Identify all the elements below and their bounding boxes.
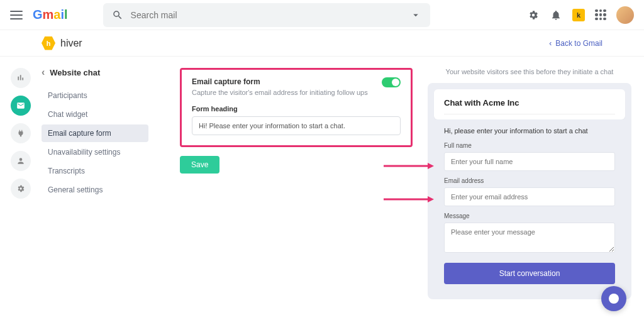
- sidebar-title[interactable]: ‹ Website chat: [42, 67, 148, 78]
- svg-marker-3: [428, 196, 434, 202]
- section-head: Email capture form Capture the visitor's…: [192, 77, 401, 96]
- annotation-arrow-icon: [384, 160, 434, 167]
- form-area: Email capture form Capture the visitor's…: [180, 68, 413, 299]
- rail-plug-icon[interactable]: [11, 123, 31, 143]
- rail-mail-icon[interactable]: [11, 96, 31, 116]
- email-input[interactable]: [444, 187, 615, 206]
- fullname-input[interactable]: [444, 152, 615, 171]
- sidebar-item-participants[interactable]: Participants: [42, 87, 148, 104]
- preview-column: Your website visitors see this before th…: [428, 68, 631, 299]
- chevron-left-icon: ‹: [42, 67, 45, 78]
- preview-wrap: Chat with Acme Inc Hi, please enter your…: [428, 83, 631, 299]
- rail-user-icon[interactable]: [11, 151, 31, 171]
- gmail-header: Gmail k: [0, 0, 644, 30]
- preview-card: Chat with Acme Inc: [434, 89, 625, 119]
- heading-input[interactable]: [192, 116, 401, 135]
- preview-title: Chat with Acme Inc: [444, 98, 615, 114]
- start-button[interactable]: Start conversation: [444, 263, 615, 284]
- sidebar-item-unavailability[interactable]: Unavailability settings: [42, 143, 148, 161]
- chevron-left-icon: ‹: [549, 39, 552, 48]
- rail-settings-icon[interactable]: [11, 179, 31, 199]
- back-to-gmail-link[interactable]: ‹ Back to Gmail: [549, 39, 602, 48]
- annotation-arrow-icon: [384, 194, 434, 200]
- sidebar-item-transcripts[interactable]: Transcripts: [42, 162, 148, 180]
- back-link-label: Back to Gmail: [555, 39, 602, 48]
- hiver-bar: h hiver ‹ Back to Gmail: [0, 30, 644, 57]
- chat-fab-button[interactable]: [601, 286, 626, 311]
- bell-icon[interactable]: [550, 9, 562, 21]
- heading-label: Form heading: [192, 105, 401, 113]
- hiver-logo[interactable]: h hiver: [42, 36, 82, 50]
- hiver-brand: hiver: [60, 38, 82, 49]
- apps-icon[interactable]: [595, 9, 606, 21]
- sidebar-item-general[interactable]: General settings: [42, 181, 148, 199]
- dropdown-icon[interactable]: [410, 9, 421, 21]
- gmail-logo[interactable]: Gmail: [33, 8, 68, 22]
- avatar[interactable]: [616, 6, 634, 24]
- gear-icon[interactable]: [527, 9, 540, 21]
- enable-toggle[interactable]: [382, 77, 401, 87]
- rail-analytics-icon[interactable]: [11, 68, 31, 88]
- search-input[interactable]: [131, 10, 410, 20]
- save-button[interactable]: Save: [180, 156, 219, 174]
- menu-icon[interactable]: [10, 11, 23, 19]
- icon-rail: [0, 60, 42, 299]
- message-label: Message: [444, 212, 615, 219]
- section-title: Email capture form: [192, 77, 368, 86]
- svg-marker-1: [428, 163, 434, 169]
- search-icon: [112, 9, 123, 21]
- sidebar: ‹ Website chat Participants Chat widget …: [42, 60, 148, 299]
- email-label: Email address: [444, 177, 615, 184]
- sidebar-item-email-capture[interactable]: Email capture form: [42, 124, 148, 142]
- message-input[interactable]: [444, 223, 615, 253]
- section-desc: Capture the visitor's email address for …: [192, 89, 368, 96]
- fullname-label: Full name: [444, 142, 615, 149]
- chat-bubble-icon: [609, 294, 619, 304]
- hiver-hex-icon: h: [42, 36, 55, 50]
- header-icons: k: [527, 6, 634, 24]
- content: Email capture form Capture the visitor's…: [148, 60, 644, 299]
- main: ‹ Website chat Participants Chat widget …: [0, 57, 644, 299]
- sidebar-title-label: Website chat: [50, 68, 100, 77]
- highlight-box: Email capture form Capture the visitor's…: [180, 68, 413, 147]
- sidebar-item-chat-widget[interactable]: Chat widget: [42, 106, 148, 123]
- preview-hint: Your website visitors see this before th…: [428, 68, 631, 75]
- search-bar[interactable]: [103, 3, 430, 27]
- preview-subheading: Hi, please enter your information to sta…: [444, 127, 615, 135]
- preview-body: Hi, please enter your information to sta…: [434, 119, 625, 293]
- hiver-badge-icon[interactable]: k: [572, 9, 585, 21]
